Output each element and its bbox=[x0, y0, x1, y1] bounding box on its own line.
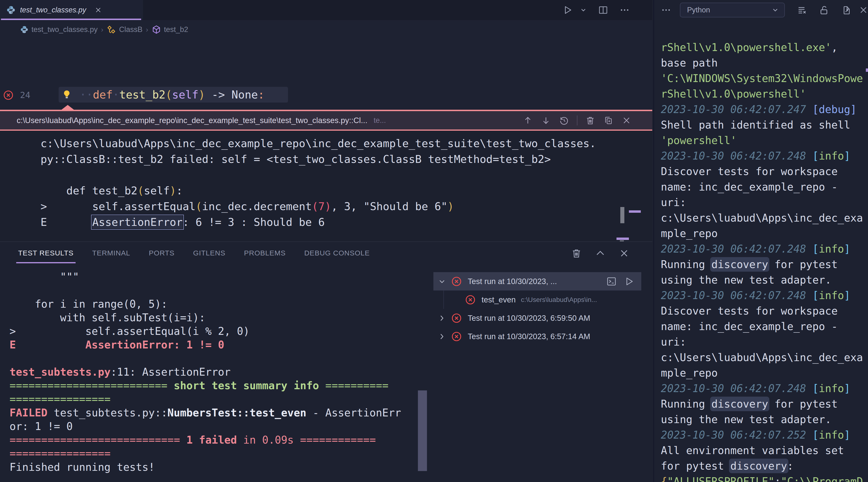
chevron-right-icon[interactable] bbox=[438, 333, 446, 340]
peek-scrollbar-thumb[interactable] bbox=[620, 207, 624, 223]
chevron-down-icon bbox=[771, 6, 779, 14]
close-icon[interactable] bbox=[621, 115, 632, 126]
editor-group: test_two_classes.py bbox=[0, 0, 652, 482]
tab-test-results[interactable]: TEST RESULTS bbox=[18, 249, 74, 263]
test-failed-icon bbox=[451, 313, 462, 324]
editor-pane: 24 ··def·test_b2(self) -> None: c:\Users… bbox=[0, 39, 652, 241]
close-icon[interactable] bbox=[858, 5, 868, 15]
run-test-icon[interactable] bbox=[624, 276, 634, 287]
python-file-icon bbox=[20, 25, 29, 34]
clear-output-icon[interactable] bbox=[797, 5, 808, 16]
bottom-panel: TEST RESULTS TERMINAL PORTS GITLENS PROB… bbox=[0, 241, 652, 482]
tab-title: test_two_classes.py bbox=[20, 6, 86, 14]
breadcrumb: test_two_classes.py › ClassB › test_b2 bbox=[0, 20, 652, 39]
test-failed-icon bbox=[451, 331, 462, 342]
run-dropdown-icon[interactable] bbox=[580, 6, 587, 13]
trash-icon[interactable] bbox=[585, 115, 595, 126]
vscode-window: test_two_classes.py bbox=[0, 0, 868, 482]
run-python-file-icon[interactable] bbox=[562, 4, 573, 16]
chevron-right-icon: › bbox=[101, 26, 103, 34]
test-results-output: """ for i in range(0, 5): with self.subT… bbox=[0, 270, 418, 474]
overview-ruler-marker bbox=[617, 238, 629, 240]
arrow-down-icon[interactable] bbox=[541, 115, 551, 126]
test-run-row[interactable]: Test run at 10/30/2023, ... bbox=[433, 272, 641, 291]
overview-ruler-marker bbox=[866, 68, 868, 72]
test-run-label: Test run at 10/30/2023, 6:59:50 AM bbox=[468, 313, 590, 323]
test-run-tree: Test run at 10/30/2023, ... test_e bbox=[433, 272, 641, 345]
peek-header-path: c:\Users\luabud\Apps\inc_dec_example_rep… bbox=[17, 116, 367, 125]
breadcrumb-method-label: test_b2 bbox=[164, 25, 188, 34]
split-editor-icon[interactable] bbox=[598, 5, 609, 15]
overview-ruler-marker bbox=[629, 210, 641, 213]
output-channel-value: Python bbox=[687, 6, 710, 14]
python-output-log: rShell\v1.0\powershell.exe',base path'C:… bbox=[654, 39, 868, 482]
breadcrumb-class[interactable]: ClassB bbox=[106, 25, 142, 34]
test-failed-icon bbox=[465, 294, 476, 305]
tab-gitlens[interactable]: GITLENS bbox=[193, 249, 225, 263]
test-name: test_even bbox=[482, 295, 516, 304]
test-results-scrollbar[interactable] bbox=[418, 390, 427, 471]
history-icon[interactable] bbox=[559, 115, 569, 126]
output-panel: Python rShell\v1.0\powershell.exe',base … bbox=[653, 0, 868, 482]
open-in-editor-icon[interactable] bbox=[841, 5, 852, 16]
copy-icon[interactable] bbox=[603, 115, 614, 126]
lightbulb-icon[interactable] bbox=[62, 89, 72, 100]
breadcrumb-file[interactable]: test_two_classes.py bbox=[20, 25, 97, 34]
test-file-path: c:\Users\luabud\Apps\in... bbox=[521, 296, 597, 304]
test-run-label: Test run at 10/30/2023, 6:57:14 AM bbox=[468, 332, 590, 341]
breadcrumb-class-label: ClassB bbox=[119, 25, 142, 34]
chevron-right-icon[interactable] bbox=[438, 314, 446, 322]
test-run-row[interactable]: Test run at 10/30/2023, 6:57:14 AM bbox=[433, 327, 641, 345]
output-channel-select[interactable]: Python bbox=[680, 3, 785, 18]
panel-actions bbox=[571, 247, 630, 259]
tab-test-two-classes[interactable]: test_two_classes.py bbox=[0, 0, 143, 20]
editor-tab-bar: test_two_classes.py bbox=[0, 0, 652, 20]
test-run-row[interactable]: Test run at 10/30/2023, 6:59:50 AM bbox=[433, 309, 641, 327]
peek-header: c:\Users\luabud\Apps\inc_dec_example_rep… bbox=[0, 111, 652, 131]
unlock-icon[interactable] bbox=[819, 5, 830, 16]
test-result-row[interactable]: test_even c:\Users\luabud\Apps\in... bbox=[433, 291, 641, 309]
tab-terminal[interactable]: TERMINAL bbox=[92, 249, 130, 263]
trash-icon[interactable] bbox=[571, 247, 582, 259]
chevron-down-icon[interactable] bbox=[438, 278, 446, 285]
output-toolbar: Python bbox=[654, 0, 868, 20]
breadcrumb-file-label: test_two_classes.py bbox=[31, 25, 97, 34]
chevron-right-icon: › bbox=[146, 26, 148, 34]
tab-close-icon[interactable] bbox=[94, 6, 102, 14]
test-failed-icon bbox=[451, 276, 462, 287]
arrow-up-icon[interactable] bbox=[523, 115, 533, 126]
more-actions-icon[interactable] bbox=[619, 5, 630, 15]
more-actions-icon[interactable] bbox=[661, 5, 671, 15]
method-icon bbox=[152, 25, 161, 34]
line-number: 24 bbox=[20, 90, 30, 100]
class-icon bbox=[106, 25, 116, 34]
panel-maximize-icon[interactable] bbox=[594, 247, 606, 259]
test-failed-gutter-icon[interactable] bbox=[3, 90, 14, 101]
tab-debug-console[interactable]: DEBUG CONSOLE bbox=[304, 249, 370, 263]
terminal-icon[interactable] bbox=[606, 276, 617, 287]
panel-close-icon[interactable] bbox=[618, 247, 630, 259]
python-file-icon bbox=[6, 5, 16, 15]
breadcrumb-method[interactable]: test_b2 bbox=[152, 25, 188, 34]
toolbar-separator bbox=[577, 115, 578, 125]
test-run-label: Test run at 10/30/2023, ... bbox=[468, 277, 557, 286]
peek-pointer bbox=[62, 105, 74, 110]
editor-actions bbox=[555, 0, 652, 20]
code-line-24: ··def·test_b2(self) -> None: bbox=[80, 87, 265, 102]
tab-ports[interactable]: PORTS bbox=[149, 249, 175, 263]
tree-indent-guide bbox=[443, 291, 444, 309]
tab-problems[interactable]: PROBLEMS bbox=[244, 249, 286, 263]
panel-tab-bar: TEST RESULTS TERMINAL PORTS GITLENS PROB… bbox=[18, 249, 370, 263]
peek-header-detail: te... bbox=[374, 116, 386, 125]
